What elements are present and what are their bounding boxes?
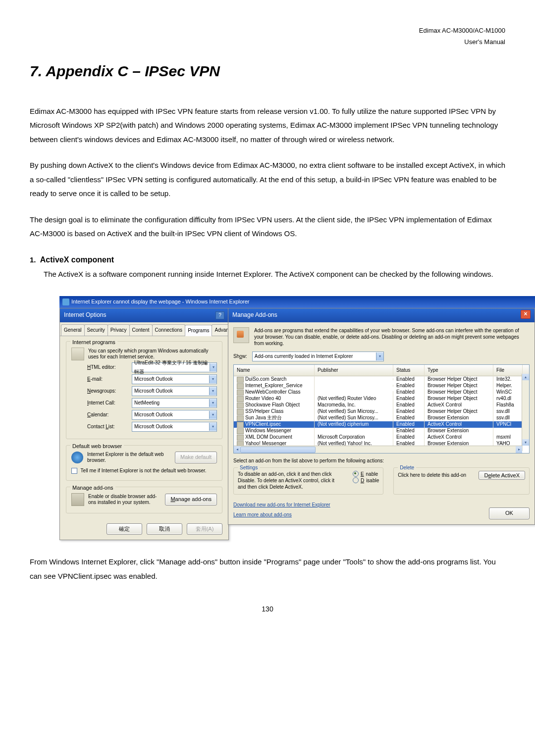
scroll-left-icon[interactable]: ◂ xyxy=(234,446,240,453)
hscroll-thumb[interactable] xyxy=(240,447,316,453)
program-label: E-mail: xyxy=(87,375,128,384)
radio-off-icon xyxy=(353,477,359,483)
ma-titlebar: Manage Add-ons × xyxy=(228,308,535,322)
page-title: 7. Appendix C – IPSec VPN xyxy=(30,58,505,85)
program-value: Microsoft Outlook xyxy=(134,410,173,419)
ma-text: Enable or disable browser add-ons instal… xyxy=(88,494,161,505)
scroll-down-icon[interactable]: ▾ xyxy=(522,439,529,446)
ma-description: Add-ons are programs that extend the cap… xyxy=(254,327,530,347)
ie-favicon-icon xyxy=(62,299,69,305)
program-label: Newsgroups: xyxy=(87,387,128,396)
tab-content[interactable]: Content xyxy=(129,324,153,336)
program-row: HTML editor:UltraEdit-32 專業文字 / 16 進制編輯器… xyxy=(87,362,217,372)
programs-icon xyxy=(71,348,84,360)
ie-title-text: Internet Explorer cannot display the web… xyxy=(71,297,250,307)
make-default-button: Make default xyxy=(175,452,217,463)
manual-label: User's Manual xyxy=(464,38,505,46)
apply-button: 套用(A) xyxy=(187,523,222,535)
internet-programs-group: Internet programs You can specify which … xyxy=(66,341,222,439)
delete-group: Delete Click here to delete this add-on … xyxy=(393,467,530,495)
program-value: Microsoft Outlook xyxy=(134,422,173,431)
chevron-down-icon[interactable]: ▾ xyxy=(209,375,216,383)
show-dropdown[interactable]: Add-ons currently loaded in Internet Exp… xyxy=(252,352,384,361)
ma-ok-button[interactable]: OK xyxy=(489,507,530,519)
tab-privacy[interactable]: Privacy xyxy=(107,324,130,336)
ma-legend: Manage add-ons xyxy=(70,483,115,493)
db-text: Internet Explorer is the default web bro… xyxy=(87,452,171,463)
section1-body: The ActiveX is a software component runn… xyxy=(44,267,505,282)
delete-activex-button[interactable]: Delete ActiveX xyxy=(479,471,525,480)
action-hint: Select an add-on from the list above to … xyxy=(233,458,384,463)
tab-security[interactable]: Security xyxy=(84,324,108,336)
cancel-button[interactable]: 取消 xyxy=(147,523,182,535)
program-value: NetMeeting xyxy=(134,399,160,407)
program-dropdown[interactable]: Microsoft Outlook▾ xyxy=(132,374,217,384)
settings-text: To disable an add-on, click it and then … xyxy=(238,471,343,490)
chevron-down-icon[interactable]: ▾ xyxy=(209,411,216,419)
plugin-icon xyxy=(233,327,249,343)
section1-title: ActiveX component xyxy=(40,255,114,264)
program-dropdown[interactable]: NetMeeting▾ xyxy=(132,398,217,408)
db-legend: Default web browser xyxy=(70,442,124,452)
chevron-down-icon[interactable]: ▾ xyxy=(209,387,216,395)
internet-options-dialog: Internet Options ? General Security Priv… xyxy=(59,308,229,540)
manage-addons-button[interactable]: Manage add-ons xyxy=(165,494,217,505)
paragraph-1: Edimax AC-M3000 has equipped with IPSec … xyxy=(30,104,505,147)
manage-addons-group: Manage add-ons Enable or disable browser… xyxy=(66,487,222,513)
screenshot-figure: Internet Explorer cannot display the web… xyxy=(59,296,535,540)
closing-paragraph: From Windows Internet Explorer, click "M… xyxy=(30,555,505,583)
download-addons-link[interactable]: Download new add-ons for Internet Explor… xyxy=(233,501,330,509)
delete-legend: Delete xyxy=(398,464,416,471)
ie-icon xyxy=(71,452,83,463)
help-icon[interactable]: ? xyxy=(215,311,224,319)
program-label: HTML editor: xyxy=(87,363,128,372)
io-title-text: Internet Options xyxy=(64,310,106,321)
disable-radio[interactable]: Disable xyxy=(353,477,379,484)
doc-header: Edimax AC-M3000/AC-M1000 User's Manual xyxy=(30,25,505,48)
close-icon[interactable]: × xyxy=(521,310,531,319)
tell-me-label: Tell me if Internet Explorer is not the … xyxy=(81,468,207,473)
enable-radio[interactable]: Enable xyxy=(353,471,379,477)
section1-number: 1. xyxy=(30,255,36,264)
manage-addons-dialog: Manage Add-ons × Add-ons are programs th… xyxy=(228,308,535,525)
page-number: 130 xyxy=(30,603,505,615)
horizontal-scrollbar[interactable]: ◂ ▸ xyxy=(234,446,522,453)
show-label: Show: xyxy=(233,352,247,361)
radio-on-icon xyxy=(353,471,359,477)
learn-more-link[interactable]: Learn more about add-ons xyxy=(233,510,330,519)
chevron-down-icon[interactable]: ▾ xyxy=(376,353,383,360)
chevron-down-icon[interactable]: ▾ xyxy=(209,423,216,431)
scroll-up-icon[interactable]: ▴ xyxy=(522,374,529,380)
show-value: Add-ons currently loaded in Internet Exp… xyxy=(255,352,353,361)
program-dropdown[interactable]: Microsoft Outlook▾ xyxy=(132,410,217,420)
tab-general[interactable]: General xyxy=(61,324,85,336)
ma-title-text: Manage Add-ons xyxy=(232,310,277,321)
addons-icon xyxy=(71,493,84,506)
vertical-scrollbar[interactable]: ▴ ▾ xyxy=(522,374,529,446)
col-publisher[interactable]: Publisher xyxy=(315,365,393,376)
program-row: Contact List:Microsoft Outlook▾ xyxy=(87,422,217,432)
chevron-down-icon[interactable]: ▾ xyxy=(210,363,216,371)
ie-titlebar: Internet Explorer cannot display the web… xyxy=(59,296,535,308)
program-dropdown[interactable]: Microsoft Outlook▾ xyxy=(132,386,217,396)
paragraph-2: By pushing down ActiveX to the client's … xyxy=(30,158,505,201)
program-dropdown[interactable]: Microsoft Outlook▾ xyxy=(132,422,217,432)
settings-group: Settings To disable an add-on, click it … xyxy=(233,467,383,495)
tab-programs[interactable]: Programs xyxy=(185,325,212,336)
tell-me-checkbox[interactable] xyxy=(71,468,77,474)
product-name: Edimax AC-M3000/AC-M1000 xyxy=(419,27,505,34)
chevron-down-icon[interactable]: ▾ xyxy=(209,399,216,407)
program-value: Microsoft Outlook xyxy=(134,387,173,396)
program-value: Microsoft Outlook xyxy=(134,375,173,384)
addons-list[interactable]: Name Publisher Status Type File DuiSo.co… xyxy=(233,364,530,454)
scroll-right-icon[interactable]: ▸ xyxy=(516,446,522,453)
tab-connections[interactable]: Connections xyxy=(152,324,186,336)
io-titlebar: Internet Options ? xyxy=(60,308,228,322)
program-row: E-mail:Microsoft Outlook▾ xyxy=(87,374,217,384)
program-label: Calendar: xyxy=(87,410,128,419)
program-dropdown[interactable]: UltraEdit-32 專業文字 / 16 進制編輯器▾ xyxy=(132,362,217,372)
default-browser-group: Default web browser Internet Explorer is… xyxy=(66,445,222,481)
program-row: Calendar:Microsoft Outlook▾ xyxy=(87,410,217,420)
io-tabs: General Security Privacy Content Connect… xyxy=(60,322,228,336)
ok-button[interactable]: 確定 xyxy=(107,523,142,535)
